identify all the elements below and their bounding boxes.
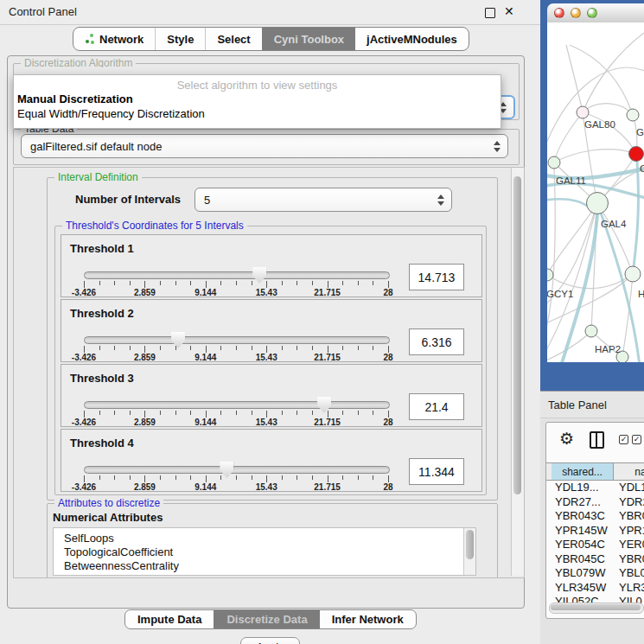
checkbox-icon[interactable]: ✓ [632,435,641,444]
settings-scrollbar[interactable] [511,168,524,576]
tick-mark [373,411,373,415]
attributes-section: Attributes to discretize Numerical Attri… [47,503,498,578]
node-red[interactable] [629,147,644,162]
numerical-attributes-list[interactable]: SelfLoopsTopologicalCoefficientBetweenne… [53,527,476,576]
slider-track[interactable] [84,271,390,279]
node-gal11[interactable] [548,156,560,169]
attributes-scrollbar-thumb[interactable] [466,530,474,559]
node-right-mid[interactable] [625,266,641,282]
table-row[interactable]: YBL079WYBL0 [546,566,644,581]
tick-mark [99,475,100,480]
node-top-right[interactable] [627,109,639,121]
gear-icon[interactable]: ⚙ [559,430,574,449]
node-hap2[interactable] [585,325,597,337]
tab-cyni-toolbox[interactable]: Cyni Toolbox [262,28,355,50]
tab-label: Network [99,33,143,46]
tick-mark [190,475,191,480]
threshold-value-field[interactable]: 6.316 [409,328,464,355]
network-window-titlebar[interactable] [547,3,644,22]
attribute-item[interactable]: SelfLoops [54,528,475,545]
table-row[interactable]: YPR145WYPR1 [546,524,644,539]
network-edge [547,168,555,344]
tick-label: -3.426 [72,482,96,492]
column-header[interactable]: na [615,463,644,480]
column-header[interactable]: shared... [552,463,614,480]
tick-mark [84,346,85,353]
columns-icon[interactable] [590,431,604,449]
tab-discretize-data[interactable]: Discretize Data [214,610,319,628]
tick-mark [328,475,328,482]
node-label: HAP2 [595,344,621,354]
table-panel-titlebar: Table Panel [540,391,644,418]
table-row[interactable]: YDL19...YDL1 [546,481,644,495]
tab-network[interactable]: Network [73,28,155,50]
interval-definition-section: Interval Definition Number of Intervals … [47,177,498,501]
checkbox-icon[interactable]: ✓ [619,435,628,444]
minimize-traffic-light-icon[interactable] [571,8,581,18]
algorithm-option[interactable]: Equal Width/Frequency Discretization [14,106,501,121]
node-label: GAL4 [601,219,627,229]
slider-track[interactable] [84,401,390,409]
apply-button[interactable]: Apply [240,637,300,644]
algorithm-section-title: Discretization Algorithm [21,57,136,67]
table-horizontal-scrollbar-thumb[interactable] [551,604,641,610]
tick-mark [130,281,131,285]
attributes-scrollbar[interactable] [463,528,475,575]
tick-mark [99,281,100,285]
table-row[interactable]: YBR045CYBR0 [546,552,644,567]
tab-jactivemnodules[interactable]: jActiveMNodules [355,28,469,50]
zoom-traffic-light-icon[interactable] [587,8,597,18]
table-row[interactable]: YLR345WYLR3 [546,581,644,596]
tick-mark [312,411,313,415]
float-window-icon[interactable] [485,8,495,18]
network-icon [85,34,94,45]
tick-mark [99,411,100,415]
algorithm-popup-options: Manual DiscretizationEqual Width/Frequen… [14,92,501,121]
tick-mark [252,281,252,285]
tab-style[interactable]: Style [155,28,205,50]
number-of-intervals-value: 5 [195,194,437,207]
network-edge [554,150,636,163]
table-horizontal-scrollbar[interactable] [549,603,644,614]
network-edge [583,104,633,115]
attribute-item[interactable]: TopologicalCoefficient [54,545,475,559]
slider-track[interactable] [84,336,390,344]
table-row[interactable]: YBR043CYBR0 [546,509,644,524]
tick-mark [358,475,359,480]
control-panel-titlebar: Control Panel [0,0,540,25]
table-row[interactable]: YDR27...YDR2 [546,495,644,510]
table-row[interactable]: YER054CYER0 [546,538,644,552]
table-data-combobox[interactable]: galFiltered.sif default node [21,134,508,158]
algorithm-popup-hint: Select algorithm to view settings [14,79,501,92]
tab-infer-network[interactable]: Infer Network [320,610,416,628]
tick-mark [296,346,297,350]
algorithm-option[interactable]: Manual Discretization [14,92,501,106]
attributes-title: Attributes to discretize [54,497,163,509]
threshold-value-field[interactable]: 11.344 [409,458,464,485]
slider-track[interactable] [84,466,390,474]
tab-label: jActiveMNodules [367,33,457,46]
tab-select[interactable]: Select [205,28,261,50]
network-edge [570,45,633,115]
tick-mark [160,346,161,350]
slider-ticks [84,281,388,288]
close-icon[interactable]: ✕ [504,4,514,18]
threshold-value-field[interactable]: 21.4 [409,393,464,420]
tab-impute-data[interactable]: Impute Data [125,610,214,628]
node-gal4[interactable] [587,193,609,214]
attribute-item[interactable]: BetweennessCentrality [54,559,475,573]
node-gcy1[interactable] [547,269,553,281]
tick-mark [312,346,313,350]
threshold-value-field[interactable]: 14.713 [409,264,464,290]
network-view-canvas[interactable]: GAL80GCGAL11GAL4GCY1HHAP2 [547,22,644,362]
tick-mark [130,346,131,350]
settings-scrollbar-thumb[interactable] [513,176,521,494]
tick-mark [358,281,359,285]
threshold-label: Threshold 4 [70,437,134,450]
node-gal80[interactable] [577,106,589,118]
network-window: GAL80GCGAL11GAL4GCY1HHAP2 [540,0,644,391]
tick-mark [114,475,115,480]
close-traffic-light-icon[interactable] [554,8,564,18]
tick-mark [175,346,176,350]
number-of-intervals-combobox[interactable]: 5 [194,188,452,212]
